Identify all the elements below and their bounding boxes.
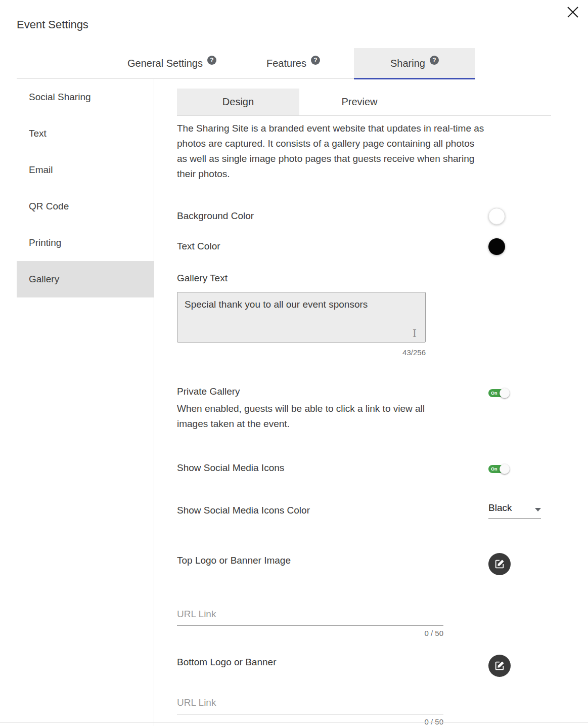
gallery-text-label: Gallery Text	[177, 273, 551, 284]
settings-sidebar: Social Sharing Text Email QR Code Printi…	[0, 79, 154, 726]
bottom-logo-url-field: 0 / 50	[177, 697, 551, 726]
gallery-text-input[interactable]: Special thank you to all our event spons…	[177, 292, 426, 343]
chevron-down-icon	[535, 508, 541, 511]
help-icon-sharing[interactable]: ?	[430, 56, 439, 65]
text-color-label: Text Color	[177, 241, 488, 252]
gallery-text-counter: 43/256	[177, 348, 426, 357]
sidebar-item-social-sharing[interactable]: Social Sharing	[17, 79, 154, 115]
tab-sharing-label: Sharing	[390, 58, 425, 69]
close-x-glyph	[566, 6, 579, 19]
top-logo-url-field: 0 / 50	[177, 609, 551, 637]
top-logo-url-counter: 0 / 50	[177, 629, 443, 637]
help-icon-general-settings[interactable]: ?	[207, 56, 216, 65]
tab-features-label: Features	[266, 58, 306, 69]
private-gallery-description: When enabled, guests will be able to cli…	[177, 401, 454, 432]
bottom-logo-url-input[interactable]	[177, 697, 443, 714]
background-color-label: Background Color	[177, 210, 488, 222]
top-logo-url-input[interactable]	[177, 609, 443, 626]
private-gallery-row: Private Gallery When enabled, guests wil…	[177, 386, 551, 432]
private-gallery-toggle[interactable]: On	[488, 388, 510, 398]
sidebar-item-gallery[interactable]: Gallery	[17, 261, 154, 297]
toggle-thumb	[500, 388, 510, 398]
top-logo-label: Top Logo or Banner Image	[177, 553, 298, 568]
page-title: Event Settings	[0, 0, 588, 31]
help-icon-features[interactable]: ?	[311, 56, 320, 65]
bottom-divider	[0, 722, 588, 723]
background-color-swatch[interactable]	[488, 208, 505, 225]
bottom-logo-url-counter: 0 / 50	[177, 717, 443, 726]
sidebar-item-qr-code[interactable]: QR Code	[17, 188, 154, 225]
sharing-design-panel: Design Preview The Sharing Site is a bra…	[154, 79, 588, 726]
tab-features[interactable]: Features ?	[233, 48, 354, 78]
tab-sharing[interactable]: Sharing ?	[354, 48, 475, 78]
top-logo-edit-button[interactable]	[488, 553, 511, 575]
show-social-icons-toggle[interactable]: On	[488, 464, 510, 474]
text-color-swatch[interactable]	[488, 238, 505, 255]
background-color-row: Background Color	[177, 206, 551, 226]
social-icons-color-row: Show Social Media Icons Color Black	[177, 499, 551, 522]
sidebar-item-text[interactable]: Text	[17, 115, 154, 152]
sidebar-item-printing[interactable]: Printing	[17, 225, 154, 261]
edit-icon	[494, 660, 505, 671]
show-social-icons-label: Show Social Media Icons	[177, 462, 488, 474]
private-gallery-label: Private Gallery	[177, 386, 488, 397]
close-icon[interactable]	[565, 4, 581, 20]
tab-general-settings-label: General Settings	[127, 58, 203, 69]
social-icons-color-value: Black	[488, 502, 512, 514]
sidebar-item-email[interactable]: Email	[17, 152, 154, 188]
bottom-logo-label: Bottom Logo or Banner	[177, 655, 298, 670]
toggle-thumb	[500, 464, 510, 474]
edit-icon	[494, 559, 505, 570]
event-settings-dialog: Event Settings General Settings ? Featur…	[0, 0, 588, 726]
gallery-text-field: Gallery Text Special thank you to all ou…	[177, 273, 551, 357]
sharing-site-description: The Sharing Site is a branded event webs…	[177, 121, 484, 182]
tab-preview[interactable]: Preview	[299, 89, 420, 115]
tab-design[interactable]: Design	[177, 89, 299, 115]
tab-general-settings[interactable]: General Settings ?	[111, 48, 233, 78]
tab-bar: General Settings ? Features ? Sharing ?	[17, 48, 475, 79]
social-icons-color-select[interactable]: Black	[488, 502, 541, 519]
bottom-logo-row: Bottom Logo or Banner	[177, 655, 551, 677]
bottom-logo-edit-button[interactable]	[488, 655, 511, 677]
show-social-icons-row: Show Social Media Icons On	[177, 458, 551, 478]
subtab-bar: Design Preview	[177, 89, 551, 116]
top-logo-row: Top Logo or Banner Image	[177, 553, 551, 575]
text-color-row: Text Color	[177, 236, 551, 257]
social-icons-color-label: Show Social Media Icons Color	[177, 505, 488, 516]
